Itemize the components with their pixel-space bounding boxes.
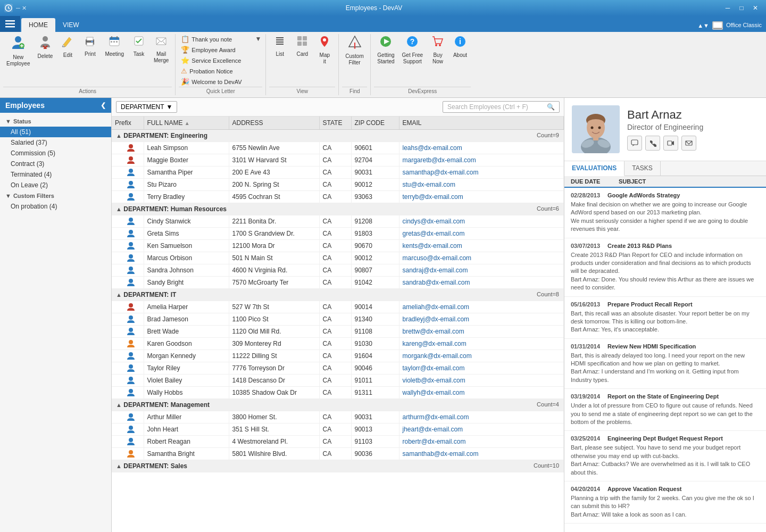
evaluation-item[interactable]: 03/07/2013 Create 2013 R&D Plans Create … <box>564 238 766 297</box>
status-section[interactable]: ▼ Status <box>0 116 111 127</box>
table-row[interactable]: Wally Hobbs10385 Shadow Oak DrCA91311wal… <box>112 387 564 399</box>
search-box[interactable]: Search Employees (Ctrl + F) 🔍 <box>443 101 560 113</box>
state-cell: CA <box>319 215 351 228</box>
mail-merge-btn[interactable]: MailMerge <box>151 34 172 65</box>
list-btn[interactable]: List <box>269 34 290 59</box>
welcome-btn[interactable]: 🎉 Welcome to DevAV <box>179 77 253 87</box>
email-action-btn[interactable] <box>681 136 696 151</box>
app-menu-btn[interactable] <box>0 16 20 32</box>
sidebar-item-terminated[interactable]: Terminated (4) <box>0 169 111 180</box>
col-prefix[interactable]: Prefix <box>112 117 144 130</box>
print-btn[interactable]: Print <box>79 34 101 59</box>
evaluation-item[interactable]: 01/31/2014 Review New HDMI Specification… <box>564 339 766 389</box>
thank-you-btn[interactable]: 📋 Thank you note <box>179 34 253 44</box>
employee-name-cell: Brad Jameson <box>144 313 229 326</box>
status-arrow: ▼ <box>5 118 11 124</box>
col-zip[interactable]: ZIP CODE <box>351 117 399 130</box>
phone-btn[interactable] <box>645 136 660 151</box>
table-row[interactable]: Amelia Harper527 W 7th StCA90014ameliah@… <box>112 301 564 313</box>
table-row[interactable]: Terry Bradley4595 Cochran StCA93063terry… <box>112 191 564 203</box>
table-row[interactable]: Brad Jameson1100 Pico StCA91340bradleyj@… <box>112 313 564 326</box>
evaluation-item[interactable]: 04/20/2014 Approve Vacation Request Plan… <box>564 481 766 523</box>
maximize-btn[interactable]: □ <box>735 3 748 13</box>
table-row[interactable]: Robert Reagan4 Westmoreland Pl.CA91103ro… <box>112 436 564 448</box>
table-row[interactable]: Ken Samuelson12100 Mora DrCA90670kents@d… <box>112 240 564 252</box>
table-row[interactable]: John Heart351 S Hill St.CA90013jheart@dx… <box>112 423 564 436</box>
svg-point-58 <box>129 230 133 234</box>
table-row[interactable]: Maggie Boxter3101 W Harvard StCA92704mar… <box>112 154 564 167</box>
col-fullname[interactable]: FULL NAME ▲ <box>144 117 229 130</box>
table-row[interactable]: Taylor Riley7776 Torreyson DrCA90046tayl… <box>112 362 564 375</box>
buy-now-btn[interactable]: BuyNow <box>427 34 448 66</box>
map-btn[interactable]: Mapit <box>314 34 335 66</box>
table-row[interactable]: Marcus Orbison501 N Main StCA90012marcus… <box>112 252 564 264</box>
new-employee-btn[interactable]: NewEmployee <box>3 34 33 68</box>
sidebar-header: Employees ❮ <box>0 98 111 113</box>
table-row[interactable]: Karen Goodson309 Monterey RdCA91030karen… <box>112 338 564 350</box>
custom-filter-btn[interactable]: CustomFilter <box>342 34 367 67</box>
col-state[interactable]: STATE <box>319 117 351 130</box>
table-row[interactable]: Brett Wade1120 Old Mill Rd.CA91108brettw… <box>112 326 564 338</box>
video-btn[interactable] <box>663 136 678 151</box>
table-row[interactable]: Samantha Piper200 E Ave 43CA90031samanth… <box>112 167 564 179</box>
getting-started-btn[interactable]: GettingStarted <box>374 34 397 66</box>
table-row[interactable]: Stu Pizaro200 N. Spring StCA90012stu@dx-… <box>112 179 564 191</box>
table-row[interactable]: Arthur Miller3800 Homer St.CA90031arthur… <box>112 411 564 423</box>
sidebar-collapse-btn[interactable]: ❮ <box>101 102 106 109</box>
delete-btn[interactable]: Delete <box>34 34 56 61</box>
email-cell: marcuso@dx-email.com <box>399 252 564 264</box>
table-row[interactable]: Morgan Kennedy11222 Dilling StCA91604mor… <box>112 350 564 362</box>
minimize-btn[interactable]: ─ <box>721 3 734 13</box>
col-address[interactable]: ADDRESS <box>229 117 319 130</box>
free-support-btn[interactable]: ? Get FreeSupport <box>399 34 426 66</box>
table-row[interactable]: Greta Sims1700 S Grandview Dr.CA91803gre… <box>112 228 564 240</box>
row-icon-cell <box>112 154 144 167</box>
tab-home[interactable]: HOME <box>21 18 55 32</box>
state-cell: CA <box>319 154 351 167</box>
sidebar-item-commission[interactable]: Commission (5) <box>0 148 111 159</box>
tab-evaluations[interactable]: EVALUATIONS <box>564 161 625 176</box>
probation-notice-btn[interactable]: ⚠ Probation Notice <box>179 66 253 76</box>
evaluation-item[interactable]: 03/25/2014 Engineering Dept Budget Reque… <box>564 431 766 481</box>
evaluation-item[interactable]: 03/19/2014 Report on the State of Engine… <box>564 389 766 431</box>
svg-point-43 <box>354 47 355 49</box>
address-cell: 309 Monterey Rd <box>229 338 319 350</box>
employee-name: Bart Arnaz <box>627 108 759 122</box>
chat-btn[interactable] <box>627 136 642 151</box>
about-btn[interactable]: i About <box>449 34 471 60</box>
evaluation-item[interactable]: 05/16/2013 Prepare Product Recall Report… <box>564 297 766 339</box>
card-view-btn[interactable]: Card <box>292 34 313 59</box>
app-icon[interactable] <box>4 4 13 12</box>
eval-item-header: 03/19/2014 Report on the State of Engine… <box>571 393 760 400</box>
tab-view[interactable]: VIEW <box>55 18 87 32</box>
col-email[interactable]: EMAIL <box>399 117 564 130</box>
close-btn[interactable]: ✕ <box>749 3 762 13</box>
sidebar-item-onleave[interactable]: On Leave (2) <box>0 180 111 190</box>
task-btn[interactable]: Task <box>128 34 149 59</box>
table-row[interactable]: Violet Bailey1418 Descanso DrCA91011viol… <box>112 375 564 387</box>
sidebar-item-all[interactable]: All (51) <box>0 127 111 137</box>
table-row[interactable]: Leah Simpson6755 Newlin AveCA90601leahs@… <box>112 142 564 154</box>
edit-btn[interactable]: Edit <box>57 34 78 60</box>
email-cell: gretas@dx-email.com <box>399 228 564 240</box>
svg-point-49 <box>439 44 441 46</box>
department-btn[interactable]: DEPARTMENT ▼ <box>116 101 177 113</box>
table-row[interactable]: Cindy Stanwick2211 Bonita Dr.CA91208cind… <box>112 215 564 228</box>
svg-point-63 <box>129 303 133 307</box>
table-row[interactable]: Sandy Bright7570 McGroarty TerCA91042san… <box>112 277 564 289</box>
sidebar-item-salaried[interactable]: Salaried (37) <box>0 137 111 148</box>
meeting-btn[interactable]: Meeting <box>102 34 127 59</box>
quick-letter-dropdown[interactable]: ▼ <box>254 34 262 44</box>
table-row[interactable]: Samantha Bright5801 Wilshire Blvd.CA9003… <box>112 448 564 460</box>
custom-filters-section[interactable]: ▼ Custom Filters <box>0 190 111 201</box>
service-excellence-btn[interactable]: ⭐ Service Excellence <box>179 55 253 65</box>
sidebar-item-contract[interactable]: Contract (3) <box>0 159 111 169</box>
zip-cell: 91103 <box>351 436 399 448</box>
sidebar-item-on-probation[interactable]: On probation (4) <box>0 201 111 212</box>
eval-item-header: 01/31/2014 Review New HDMI Specification <box>571 343 760 350</box>
employee-award-btn[interactable]: 🏆 Employee Award <box>179 45 253 55</box>
table-row[interactable]: Sandra Johnson4600 N Virginia Rd.CA90807… <box>112 264 564 277</box>
evaluation-item[interactable]: 02/28/2013 Google AdWords Strategy Make … <box>564 188 766 238</box>
delete-label: Delete <box>37 53 53 60</box>
tab-tasks[interactable]: TASKS <box>625 161 660 176</box>
